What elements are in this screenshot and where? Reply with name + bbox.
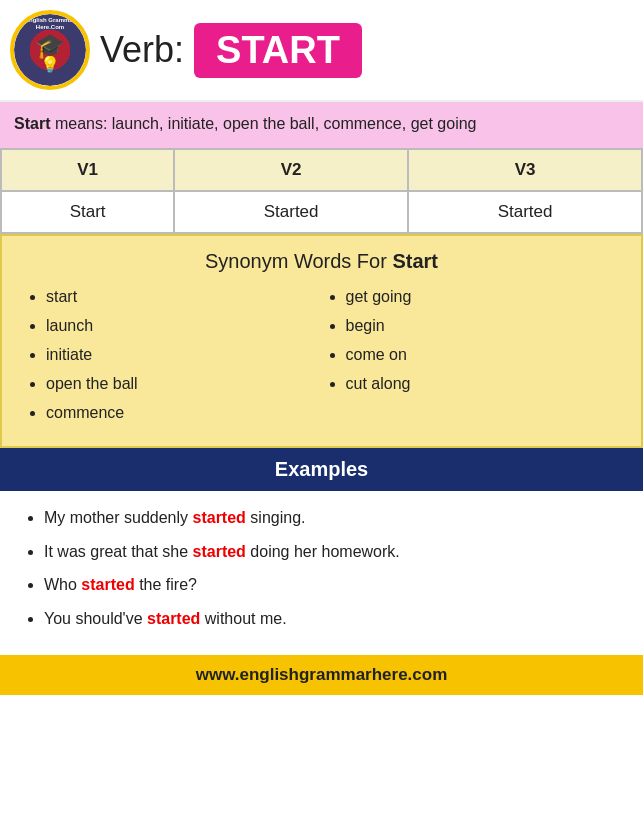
list-item: Who started the fire? <box>44 572 623 598</box>
sub-example-highlight-0: started <box>81 576 134 593</box>
table-row: Start Started Started <box>1 191 642 233</box>
example-after-1: doing her homework. <box>246 543 400 560</box>
sub-example-after-1: without me. <box>200 610 286 627</box>
list-item: My mother suddenly started singing. <box>44 505 623 531</box>
list-item: cut along <box>346 372 622 396</box>
logo-text: English GrammarHere.Com <box>14 17 86 30</box>
synonym-title: Synonym Words For Start <box>22 250 621 273</box>
meaning-text: means: launch, initiate, open the ball, … <box>50 115 476 132</box>
synonym-section: Synonym Words For Start start launch ini… <box>0 234 643 448</box>
sub-example-before-1: You should've <box>44 610 147 627</box>
header: English GrammarHere.Com 🎓 💡 Verb: START <box>0 0 643 102</box>
verb-area: Verb: START <box>100 23 628 78</box>
list-item: initiate <box>46 343 322 367</box>
verb-word: START <box>194 23 362 78</box>
list-item: open the ball <box>46 372 322 396</box>
sub-example-before-0: Who <box>44 576 81 593</box>
list-item: It was great that she started doing her … <box>44 539 623 565</box>
meaning-bold: Start <box>14 115 50 132</box>
table-header-v1: V1 <box>1 149 174 191</box>
sub-example-highlight-1: started <box>147 610 200 627</box>
table-cell-v3: Started <box>408 191 642 233</box>
lightbulb-icon: 💡 <box>40 55 60 74</box>
meaning-section: Start means: launch, initiate, open the … <box>0 102 643 148</box>
list-item: begin <box>346 314 622 338</box>
verb-label: Verb: <box>100 29 184 71</box>
examples-body: My mother suddenly started singing. It w… <box>0 491 643 655</box>
table-header-v3: V3 <box>408 149 642 191</box>
list-item: come on <box>346 343 622 367</box>
verb-forms-table: V1 V2 V3 Start Started Started <box>0 148 643 234</box>
synonym-columns: start launch initiate open the ball comm… <box>22 285 621 430</box>
example-before-0: My mother suddenly <box>44 509 193 526</box>
sub-example-after-0: the fire? <box>135 576 197 593</box>
example-highlight-1: started <box>193 543 246 560</box>
list-item: launch <box>46 314 322 338</box>
synonym-title-bold: Start <box>392 250 438 272</box>
footer-url: www.englishgrammarhere.com <box>196 665 448 684</box>
sub-examples-list: Who started the fire? You should've star… <box>20 572 623 631</box>
table-cell-v1: Start <box>1 191 174 233</box>
example-highlight-0: started <box>193 509 246 526</box>
list-item: You should've started without me. <box>44 606 623 632</box>
examples-list: My mother suddenly started singing. It w… <box>20 505 623 564</box>
example-after-0: singing. <box>246 509 306 526</box>
footer: www.englishgrammarhere.com <box>0 655 643 695</box>
table-header-v2: V2 <box>174 149 408 191</box>
synonym-title-plain: Synonym Words For <box>205 250 392 272</box>
list-item: commence <box>46 401 322 425</box>
list-item: get going <box>346 285 622 309</box>
logo: English GrammarHere.Com 🎓 💡 <box>10 10 90 90</box>
list-item: start <box>46 285 322 309</box>
example-before-1: It was great that she <box>44 543 193 560</box>
examples-header: Examples <box>0 448 643 491</box>
synonym-col-2: get going begin come on cut along <box>322 285 622 430</box>
table-cell-v2: Started <box>174 191 408 233</box>
synonym-col-1: start launch initiate open the ball comm… <box>22 285 322 430</box>
